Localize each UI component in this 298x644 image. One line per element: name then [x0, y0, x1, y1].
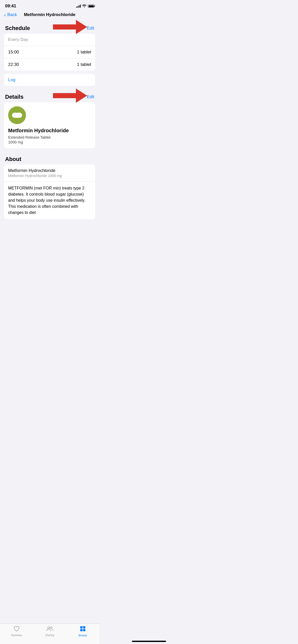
details-card: Metformin Hydrochloride Extended Release… [4, 102, 95, 148]
about-title: About [5, 156, 21, 163]
schedule-dose-row-2: 22:30 1 tablet [4, 58, 95, 71]
dose-2-time: 22:30 [8, 62, 19, 67]
details-arrow-shaft [53, 93, 76, 98]
pill-icon [8, 106, 26, 124]
nav-title: Metformin Hydrochloride [24, 12, 75, 17]
about-description-row: METFORMIN (met FOR min) treats type 2 di… [4, 182, 95, 219]
drug-dosage: 1000 mg [8, 140, 91, 144]
dose-1-time: 15:00 [8, 50, 19, 55]
log-card[interactable]: Log [4, 74, 95, 86]
battery-icon [88, 5, 94, 8]
details-arrow-annotation [53, 89, 87, 103]
main-content: Schedule Edit Every Day 15:00 1 tablet 2… [0, 20, 99, 245]
details-header-right: Edit [87, 94, 94, 99]
nav-bar: ‹ Back Metformin Hydrochloride [0, 10, 99, 20]
schedule-title: Schedule [5, 25, 30, 32]
back-label: Back [7, 12, 17, 17]
status-bar: 09:41 [0, 0, 99, 10]
schedule-frequency: Every Day [8, 37, 28, 42]
about-card: Metformin Hydrochloride Metformin Hydroc… [4, 165, 95, 219]
signal-icon [76, 5, 81, 8]
details-section-header: Details Edit [0, 89, 99, 102]
dose-2-amount: 1 tablet [77, 62, 91, 67]
details-edit-button[interactable]: Edit [87, 94, 94, 99]
back-chevron-icon: ‹ [4, 12, 6, 18]
schedule-section-header: Schedule Edit [0, 20, 99, 34]
about-drug-title: Metformin Hydrochloride [8, 168, 91, 173]
about-description: METFORMIN (met FOR min) treats type 2 di… [8, 185, 91, 216]
status-time: 09:41 [5, 4, 16, 9]
schedule-frequency-row: Every Day [4, 34, 95, 46]
status-icons [76, 4, 94, 8]
drug-name: Metformin Hydrochloride [8, 128, 91, 134]
pill-shape [12, 113, 22, 118]
wifi-icon [82, 4, 86, 8]
schedule-card: Every Day 15:00 1 tablet 22:30 1 tablet [4, 34, 95, 71]
about-section-header: About [0, 151, 99, 165]
dose-1-amount: 1 tablet [77, 50, 91, 55]
schedule-header-right: Edit [87, 26, 94, 31]
log-button[interactable]: Log [4, 74, 95, 86]
arrow-head [76, 20, 87, 34]
schedule-edit-button[interactable]: Edit [87, 26, 94, 31]
about-drug-subtitle: Metformin Hydrochloride 1000 mg [8, 174, 91, 178]
details-title: Details [5, 94, 23, 100]
details-arrow-head [76, 89, 87, 103]
schedule-arrow-annotation [53, 20, 87, 34]
drug-form: Extended Release Tablet [8, 135, 91, 139]
about-drug-row: Metformin Hydrochloride Metformin Hydroc… [4, 165, 95, 182]
back-button[interactable]: ‹ Back [4, 12, 17, 18]
schedule-dose-row-1: 15:00 1 tablet [4, 46, 95, 58]
arrow-shaft [53, 24, 76, 30]
